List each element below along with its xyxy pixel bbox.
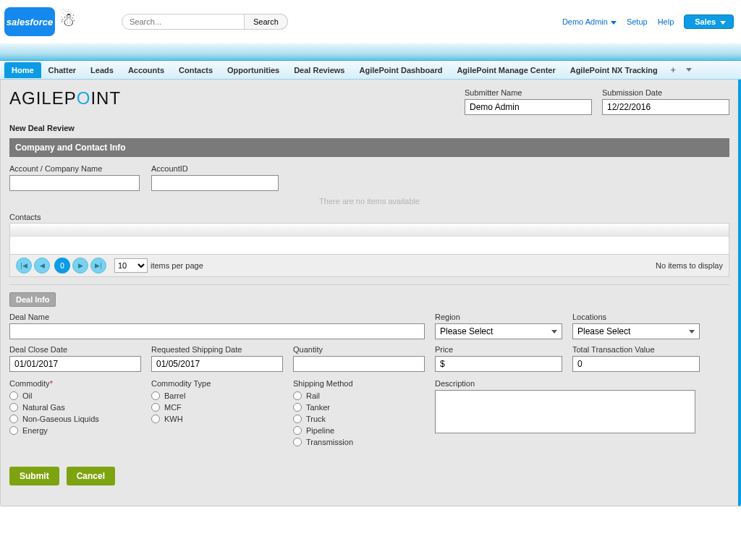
radio-icon: [293, 391, 302, 400]
tab-accounts[interactable]: Accounts: [121, 62, 172, 78]
user-menu[interactable]: Demo Admin: [562, 17, 617, 26]
pager-prev-button[interactable]: ◀: [34, 258, 50, 273]
smethod-option-transmission[interactable]: Transmission: [293, 438, 425, 446]
commodity-option-oil[interactable]: Oil: [9, 391, 141, 400]
close-date-label: Deal Close Date: [9, 345, 141, 354]
smethod-option-rail[interactable]: Rail: [293, 391, 425, 400]
commodity-label: Commodity*: [9, 379, 141, 388]
pager-first-button[interactable]: |◀: [16, 258, 32, 273]
region-select[interactable]: Please Select: [435, 323, 562, 339]
tab-home[interactable]: Home: [4, 62, 41, 78]
search-input[interactable]: [122, 14, 245, 30]
radio-icon: [9, 391, 18, 400]
chevron-down-icon: [720, 21, 726, 25]
radio-icon: [151, 403, 160, 412]
pager-next-button[interactable]: ▶: [72, 258, 88, 273]
header-ribbon: [0, 43, 741, 61]
shipping-method-label: Shipping Method: [293, 379, 425, 388]
tab-agile-manage[interactable]: AgilePoint Manage Center: [449, 62, 562, 78]
ttv-input[interactable]: [572, 356, 700, 372]
contacts-label: Contacts: [9, 213, 729, 221]
price-input[interactable]: [435, 356, 562, 372]
snowman-icon: [59, 7, 78, 36]
tab-bar: Home Chatter Leads Accounts Contacts Opp…: [0, 61, 741, 80]
tab-leads[interactable]: Leads: [83, 62, 121, 78]
add-tab-button[interactable]: +: [665, 65, 682, 75]
tab-deal-reviews[interactable]: Deal Reviews: [287, 62, 352, 78]
tab-agile-dashboard[interactable]: AgilePoint Dashboard: [352, 62, 450, 78]
tab-agile-nx[interactable]: AgilePoint NX Tracking: [563, 62, 665, 78]
contacts-grid: |◀ ◀ 0 ▶ ▶| 10 items per page No items t…: [9, 223, 729, 277]
deal-name-label: Deal Name: [9, 313, 425, 321]
submit-button[interactable]: Submit: [9, 467, 59, 485]
radio-icon: [9, 426, 18, 435]
divider: [9, 284, 729, 285]
quantity-label: Quantity: [293, 345, 425, 354]
deal-info-section-header: Deal Info: [9, 292, 56, 307]
search-button[interactable]: Search: [245, 14, 288, 30]
ctype-option-barrel[interactable]: Barrel: [151, 391, 283, 400]
cancel-button[interactable]: Cancel: [67, 467, 115, 485]
quantity-input[interactable]: [293, 356, 425, 372]
description-label: Description: [435, 379, 695, 388]
grid-header: [10, 224, 729, 237]
help-link[interactable]: Help: [658, 17, 674, 26]
radio-icon: [151, 391, 160, 400]
account-id-input[interactable]: [151, 175, 279, 191]
tab-chatter[interactable]: Chatter: [41, 62, 84, 78]
no-items-message: No items to display: [656, 261, 723, 270]
company-section-header: Company and Contact Info: [9, 138, 729, 157]
chevron-down-icon: [611, 21, 617, 25]
chevron-down-icon: [551, 330, 557, 334]
items-per-page-label: items per page: [151, 261, 203, 270]
app-menu-button[interactable]: Sales: [684, 14, 734, 29]
account-name-label: Account / Company Name: [9, 164, 140, 173]
radio-icon: [293, 403, 302, 412]
pager-last-button[interactable]: ▶|: [90, 258, 106, 273]
pager-current-page: 0: [54, 258, 70, 273]
page-title: New Deal Review: [9, 124, 729, 132]
radio-icon: [9, 415, 18, 423]
tab-opportunities[interactable]: Opportunities: [220, 62, 287, 78]
page-body: AGILEPOINT Submitter Name Submission Dat…: [0, 80, 741, 506]
price-label: Price: [435, 345, 562, 354]
submission-date-input[interactable]: [602, 99, 729, 115]
close-date-input[interactable]: [9, 356, 141, 372]
shipping-date-label: Requested Shipping Date: [151, 345, 283, 354]
commodity-option-energy[interactable]: Energy: [9, 426, 141, 435]
commodity-type-label: Commodity Type: [151, 379, 283, 388]
locations-select[interactable]: Please Select: [572, 323, 700, 339]
submitter-name-input[interactable]: [465, 99, 592, 115]
submitter-name-label: Submitter Name: [465, 88, 592, 97]
agilepoint-logo: AGILEPOINT: [9, 88, 121, 109]
region-label: Region: [435, 313, 562, 321]
commodity-option-non-gaseous[interactable]: Non-Gaseous Liquids: [9, 415, 141, 423]
deal-name-input[interactable]: [9, 323, 425, 339]
tab-overflow-button[interactable]: [686, 68, 692, 72]
radio-icon: [293, 426, 302, 435]
items-per-page-select[interactable]: 10: [114, 258, 148, 273]
smethod-option-truck[interactable]: Truck: [293, 415, 425, 423]
account-id-label: AccountID: [151, 164, 279, 173]
smethod-option-tanker[interactable]: Tanker: [293, 403, 425, 412]
ctype-option-kwh[interactable]: KWH: [151, 415, 283, 423]
shipping-date-input[interactable]: [151, 356, 283, 372]
radio-icon: [9, 403, 18, 412]
radio-icon: [293, 438, 302, 446]
salesforce-logo: salesforce: [4, 7, 55, 36]
top-header: salesforce Search Demo Admin Setup Help …: [0, 0, 741, 43]
radio-icon: [293, 415, 302, 423]
tab-contacts[interactable]: Contacts: [172, 62, 220, 78]
smethod-option-pipeline[interactable]: Pipeline: [293, 426, 425, 435]
chevron-down-icon: [689, 330, 695, 334]
radio-icon: [151, 415, 160, 423]
grid-body: [10, 237, 729, 254]
account-name-input[interactable]: [9, 175, 140, 191]
ctype-option-mcf[interactable]: MCF: [151, 403, 283, 412]
submission-date-label: Submission Date: [602, 88, 729, 97]
grid-empty-message: There are no items available: [9, 195, 729, 207]
setup-link[interactable]: Setup: [627, 17, 648, 26]
description-input[interactable]: [435, 390, 695, 433]
commodity-option-natural-gas[interactable]: Natural Gas: [9, 403, 141, 412]
locations-label: Locations: [572, 313, 700, 321]
